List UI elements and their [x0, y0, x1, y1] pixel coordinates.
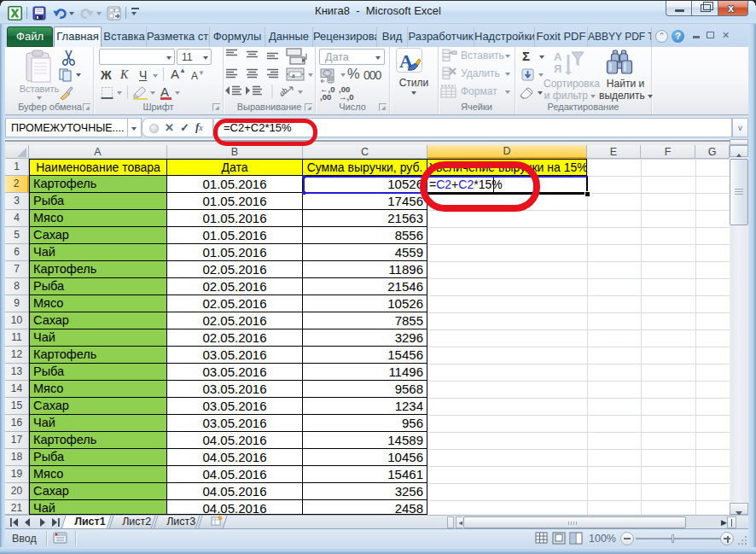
svg-text:А: А	[554, 50, 562, 63]
svg-text:a: a	[292, 72, 295, 79]
svg-text:Я: Я	[554, 62, 561, 75]
